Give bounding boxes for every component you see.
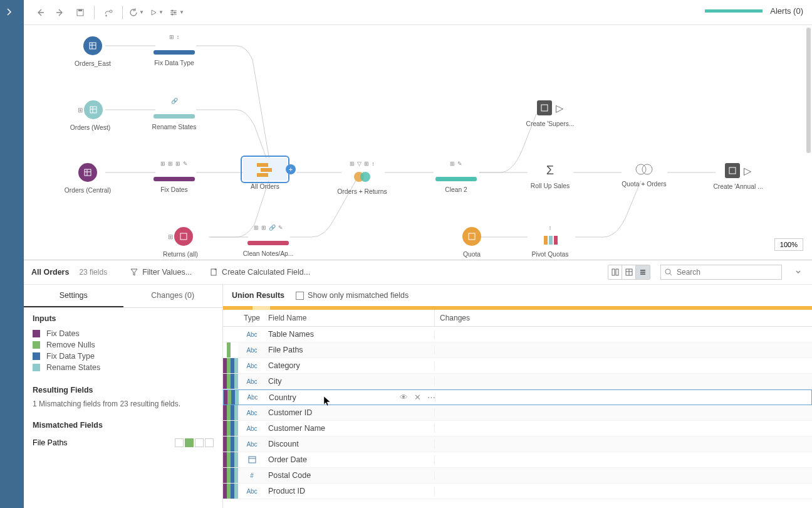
node-returns-all[interactable]: ⊞ Returns (all): [155, 227, 206, 258]
node-quota[interactable]: Quota: [447, 227, 497, 258]
field-name: File Paths: [266, 346, 435, 354]
zoom-level[interactable]: 100%: [774, 238, 803, 251]
node-clean-notes[interactable]: ⊞⊞🔗✎ Clean Notes/Ap...: [243, 225, 293, 257]
search-box[interactable]: [660, 265, 782, 280]
type-cell[interactable]: Abc: [238, 410, 266, 416]
table-row[interactable]: #Postal Code: [223, 468, 812, 484]
search-icon: [665, 268, 673, 277]
type-cell[interactable]: #: [238, 472, 266, 479]
type-cell[interactable]: Abc: [238, 362, 266, 369]
search-input[interactable]: [677, 268, 778, 277]
type-cell[interactable]: Abc: [238, 347, 266, 354]
run-button[interactable]: ▼: [148, 4, 165, 21]
hide-icon[interactable]: 👁: [400, 393, 408, 402]
svg-point-3: [172, 9, 174, 11]
table-row[interactable]: AbcTable Names: [223, 327, 812, 342]
show-mismatch-checkbox[interactable]: Show only mismatched fields: [296, 291, 409, 300]
svg-point-25: [642, 164, 652, 174]
create-calc-button[interactable]: Create Calculated Field...: [209, 268, 310, 277]
input-item[interactable]: Rename States: [33, 362, 214, 373]
node-quota-orders[interactable]: Quota + Orders: [619, 163, 669, 188]
fields-count: 23 fields: [79, 268, 107, 277]
node-pivot-quotas[interactable]: ↕ Pivot Quotas: [525, 225, 575, 258]
type-cell[interactable]: Abc: [238, 425, 266, 432]
node-orders-central[interactable]: Orders (Central): [63, 163, 113, 194]
input-item[interactable]: Fix Data Type: [33, 351, 214, 362]
type-cell[interactable]: Abc: [239, 394, 266, 401]
refresh-button[interactable]: ▼: [128, 4, 145, 21]
node-clean2[interactable]: ⊞✎ Clean 2: [431, 161, 481, 193]
tabs: Settings Changes (0): [24, 285, 222, 308]
field-name: Order Date: [266, 455, 435, 464]
type-cell[interactable]: Abc: [238, 331, 266, 338]
remove-icon[interactable]: ✕: [414, 393, 421, 402]
table-row[interactable]: Order Date: [223, 452, 812, 468]
node-create-supers[interactable]: ▷ Create 'Supers...: [525, 100, 575, 127]
table-row[interactable]: AbcProduct ID: [223, 484, 812, 499]
table-row[interactable]: AbcDiscount: [223, 437, 812, 452]
node-fix-data-type[interactable]: ⊞↕ Fix Data Type: [149, 34, 199, 66]
mismatched-heading: Mismatched Fields: [33, 421, 214, 430]
back-button[interactable]: [31, 4, 49, 21]
node-rename-states[interactable]: 🔗 Rename States: [149, 98, 199, 130]
svg-rect-31: [549, 236, 553, 245]
node-rollup-sales[interactable]: Σ Roll Up Sales: [525, 163, 575, 189]
type-cell[interactable]: [238, 455, 266, 465]
tab-settings[interactable]: Settings: [24, 285, 123, 307]
node-orders-west[interactable]: ⊞ Orders (West): [65, 100, 115, 131]
alerts-label[interactable]: Alerts (0): [770, 6, 803, 16]
forward-button[interactable]: [51, 4, 69, 21]
table-row[interactable]: AbcCategory: [223, 358, 812, 374]
settings-button[interactable]: ▼: [168, 4, 185, 21]
type-cell[interactable]: Abc: [238, 488, 266, 495]
svg-rect-32: [554, 236, 558, 245]
table-row[interactable]: AbcFile Paths: [223, 342, 812, 358]
more-icon[interactable]: ⋯: [427, 393, 435, 402]
svg-rect-19: [257, 163, 268, 167]
svg-point-2: [110, 10, 112, 13]
type-cell[interactable]: Abc: [238, 441, 266, 448]
node-orders-east[interactable]: Orders_East: [68, 36, 118, 67]
grid-body[interactable]: AbcTable NamesAbcFile PathsAbcCategoryAb…: [223, 327, 812, 508]
node-create-annual[interactable]: ▷ Create 'Annual ...: [713, 163, 763, 190]
profile-header: All Orders 23 fields Filter Values... Cr…: [24, 260, 812, 285]
svg-point-37: [665, 269, 670, 274]
alerts-bar: Alerts (0): [705, 6, 803, 16]
flow-canvas[interactable]: Orders_East ⊞↕ Fix Data Type ⊞ Orders (W…: [24, 25, 812, 260]
svg-rect-34: [612, 269, 615, 275]
type-cell[interactable]: Abc: [238, 378, 266, 385]
filter-values-button[interactable]: Filter Values...: [130, 268, 192, 277]
node-orders-returns[interactable]: ⊞▽⊞↕ Orders + Returns: [337, 161, 387, 195]
view-grid-button[interactable]: [622, 265, 636, 279]
add-step-button[interactable]: +: [286, 164, 296, 174]
view-profile-button[interactable]: [608, 265, 622, 279]
svg-rect-30: [544, 236, 548, 245]
profile-title: All Orders: [31, 268, 69, 277]
view-list-button[interactable]: [636, 265, 650, 279]
save-button[interactable]: [71, 4, 89, 21]
input-item[interactable]: Fix Dates: [33, 328, 214, 339]
collapse-button[interactable]: [792, 267, 804, 278]
canvas-scrollbar[interactable]: [806, 28, 811, 153]
grid-header: Type Field Name Changes: [223, 310, 812, 327]
field-name: City: [266, 377, 435, 386]
table-row[interactable]: AbcCity: [223, 374, 812, 389]
mismatched-row[interactable]: File Paths: [33, 435, 214, 451]
sidebar-expand-button[interactable]: [5, 8, 18, 20]
field-name: Customer ID: [266, 408, 435, 417]
field-name: Postal Code: [266, 471, 435, 480]
tab-changes[interactable]: Changes (0): [123, 285, 223, 307]
field-name: Customer Name: [266, 424, 435, 433]
table-row[interactable]: AbcCountry👁✕⋯: [223, 389, 812, 405]
input-item[interactable]: Remove Nulls: [33, 339, 214, 351]
resulting-heading: Resulting Fields: [33, 386, 214, 394]
filter-icon: [130, 268, 138, 277]
svg-rect-26: [729, 167, 736, 174]
add-connection-button[interactable]: [100, 4, 117, 21]
node-all-orders[interactable]: + All Orders: [243, 158, 287, 190]
table-row[interactable]: AbcCustomer ID: [223, 405, 812, 421]
table-row[interactable]: AbcCustomer Name: [223, 421, 812, 437]
field-name: Category: [266, 361, 435, 370]
node-fix-dates[interactable]: ⊞⊞⊞✎ Fix Dates: [149, 161, 199, 193]
svg-point-24: [636, 164, 646, 174]
